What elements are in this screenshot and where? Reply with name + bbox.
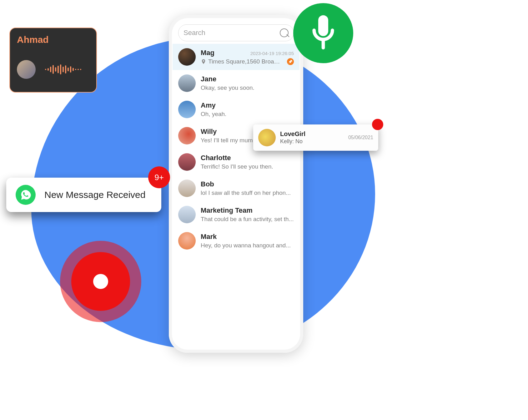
chat-preview: Okay, see you soon. [201,84,294,91]
avatar [178,180,196,197]
location-pin-icon [201,59,206,64]
chat-row-bob[interactable]: Bob lol I saw all the stuff on her phon.… [173,175,299,201]
chat-name: Marketing Team [201,206,253,215]
mic-icon [309,14,337,52]
voice-message-card[interactable]: Ahmad [9,28,97,93]
search-icon [280,28,289,37]
chat-preview: Hey, do you wanna hangout and... [201,242,294,249]
chat-preview: Oh, yeah. [201,111,294,118]
popup-message: Kelly: No [280,138,344,145]
voice-sender-avatar [17,60,36,79]
chat-preview: Times Square,1560 Broadw ... [201,58,294,65]
chat-name: Mark [201,233,217,241]
chat-preview: lol I saw all the stuff on her phon... [201,190,294,196]
notification-text: New Message Received [44,190,145,200]
unread-indicator-icon [372,119,383,130]
chat-preview: That could be a fun activity, set th... [201,216,294,223]
search-input[interactable] [184,29,277,37]
avatar [178,206,196,223]
pinned-icon [287,58,294,65]
chat-time: 2023-04-19 19:26:05 [250,51,294,56]
popup-name: LoveGirl [280,130,344,138]
chat-name: Charlotte [201,154,231,162]
voice-waveform-icon [45,64,81,74]
svg-rect-0 [318,15,328,36]
voice-sender-name: Ahmad [17,34,89,45]
chat-row-charlotte[interactable]: Charlotte Terrific! So I'll see you then… [173,149,299,175]
chat-row-jane[interactable]: Jane Okay, see you soon. [173,70,299,96]
popup-date: 05/06/2021 [348,135,373,140]
new-message-notification[interactable]: New Message Received 9+ [6,178,161,212]
chat-list: Mag 2023-04-19 19:26:05 Times Square,156… [173,44,299,266]
chat-name: Amy [201,101,216,109]
chat-preview: Terrific! So I'll see you then. [201,163,294,170]
chat-popup-lovegirl[interactable]: LoveGirl Kelly: No 05/06/2021 [253,124,378,151]
chat-name: Mag [201,49,214,57]
avatar [178,74,196,92]
chat-row-marketing-team[interactable]: Marketing Team That could be a fun activ… [173,201,299,228]
avatar [178,153,196,171]
record-button[interactable] [60,241,141,322]
voice-record-button[interactable] [293,3,353,63]
notification-count-badge: 9+ [148,166,170,188]
record-dot-icon [93,274,108,289]
chat-row-mark[interactable]: Mark Hey, do you wanna hangout and... [173,228,299,254]
chat-name: Willy [201,128,217,136]
chat-name: Jane [201,75,216,83]
avatar [178,127,196,144]
avatar [178,48,196,66]
chat-name: Bob [201,180,214,188]
chat-row-amy[interactable]: Amy Oh, yeah. [173,96,299,123]
search-bar[interactable] [178,24,294,41]
chat-row-mag[interactable]: Mag 2023-04-19 19:26:05 Times Square,156… [173,44,299,70]
phone-frame: Mag 2023-04-19 19:26:05 Times Square,156… [169,15,303,353]
avatar [178,232,196,250]
whatsapp-icon [16,185,36,205]
avatar [178,101,196,118]
avatar [258,129,276,146]
